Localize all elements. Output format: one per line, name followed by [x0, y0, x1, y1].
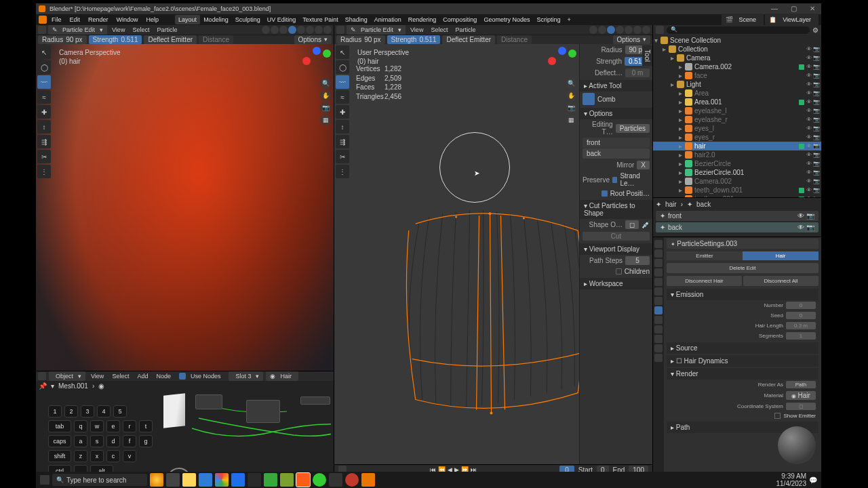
app-icon[interactable]	[329, 473, 342, 487]
menu-render[interactable]: Render	[85, 15, 112, 24]
shape-object-picker[interactable]: ◻	[625, 220, 639, 229]
start-button-icon[interactable]	[40, 475, 50, 485]
disconnect-hair-button[interactable]: Disconnect Hair	[667, 276, 742, 286]
menu-edit[interactable]: Edit	[66, 15, 84, 24]
tool-comb-icon[interactable]: 〰	[37, 75, 51, 89]
tab-render-icon[interactable]	[654, 240, 663, 248]
mode-selector[interactable]: ✎ Particle Edit ▾	[347, 25, 406, 35]
mirror-x-toggle[interactable]: X	[637, 161, 650, 169]
tool-puff-icon[interactable]: ⇶	[37, 135, 51, 148]
radius-field[interactable]: Radius90 px	[38, 35, 87, 44]
tab-viewlayer-icon[interactable]	[654, 259, 663, 267]
outliner-item[interactable]: ▸Collection👁📷	[653, 45, 821, 54]
renderas-value[interactable]: Path	[786, 381, 816, 388]
render-visibility-icon[interactable]: 📷	[813, 143, 818, 149]
app-icon[interactable]	[264, 473, 277, 487]
system-clock[interactable]: 9:39 AM11/4/2023	[776, 472, 807, 487]
tool-puff-icon[interactable]: ⇶	[336, 135, 349, 148]
viewport-3d-left[interactable]: ↖ ◯ 〰 ≈ ✚ ↕ ⇶ ✂ ⋮ Camera Perspective (0)…	[36, 44, 334, 371]
render-visibility-icon[interactable]: 📷	[813, 178, 818, 184]
outliner-item[interactable]: ▾Scene Collection	[653, 36, 821, 45]
camera-icon[interactable]: 📷	[566, 102, 576, 113]
shading-icon[interactable]	[315, 26, 323, 34]
blender-icon[interactable]	[39, 16, 47, 24]
menu-particle[interactable]: Particle	[452, 26, 478, 34]
outliner-item[interactable]: ▸face👁📷	[653, 71, 821, 80]
shading-icon[interactable]	[589, 26, 597, 34]
tool-weight-icon[interactable]: ⋮	[336, 165, 349, 178]
options-dropdown[interactable]: Options ▾	[294, 35, 332, 44]
visibility-icon[interactable]: 👁	[806, 46, 812, 52]
render-visibility-icon[interactable]: 📷	[813, 64, 818, 70]
tool-weight-icon[interactable]: ⋮	[37, 165, 51, 178]
render-visibility-icon[interactable]: 📷	[813, 108, 818, 114]
shading-icon[interactable]	[306, 26, 314, 34]
filter-input[interactable]: 🔍	[667, 26, 810, 34]
visibility-icon[interactable]: 👁	[806, 178, 812, 184]
sel-mode-icon[interactable]	[271, 26, 279, 34]
ps-list-back[interactable]: ✦back👁 📷	[656, 222, 818, 232]
outliner-item[interactable]: ▸BezierCircle👁📷	[653, 159, 821, 168]
npanel-tab-tool[interactable]: Tool	[642, 45, 652, 66]
tab-particles-icon[interactable]	[654, 306, 663, 314]
tab-data-icon[interactable]	[654, 335, 663, 343]
tab-physics-icon[interactable]	[654, 316, 663, 324]
render-visibility-icon[interactable]: 📷	[813, 90, 818, 96]
tab-material-icon[interactable]	[654, 344, 663, 352]
tab-object-icon[interactable]	[654, 287, 663, 296]
tool-select-icon[interactable]: ◯	[37, 60, 51, 74]
tool-cursor-icon[interactable]: ↖	[37, 45, 51, 59]
shading-icon[interactable]	[642, 26, 650, 34]
visibility-icon[interactable]: 👁	[806, 161, 812, 167]
preserve-root-check[interactable]	[601, 190, 608, 197]
outliner-item[interactable]: ▸eyelashe_l👁📷	[653, 106, 821, 115]
menu-view[interactable]: View	[408, 26, 426, 34]
panel-options[interactable]: ▾ Options	[580, 108, 652, 119]
close-button[interactable]: ✕	[809, 5, 816, 12]
workspace-tab[interactable]: Scripting	[533, 15, 564, 24]
outliner-item[interactable]: ▸Light👁📷	[653, 80, 821, 89]
visibility-icon[interactable]: 👁	[806, 99, 812, 105]
visibility-icon[interactable]: 👁	[806, 64, 812, 70]
pan-icon[interactable]: ✋	[320, 90, 331, 101]
deflect-toggle[interactable]: Deflect Emitter	[442, 35, 495, 44]
ortho-icon[interactable]: ▦	[320, 115, 331, 125]
visibility-icon[interactable]: 👁	[806, 125, 812, 131]
tool-smooth-icon[interactable]: ≈	[37, 90, 51, 104]
panel-hair-dynamics[interactable]: ▸ ☐ Hair Dynamics	[667, 355, 818, 367]
menu-add[interactable]: Add	[134, 372, 151, 380]
visibility-icon[interactable]: 👁	[806, 108, 812, 114]
disconnect-all-button[interactable]: Disconnect All	[743, 276, 818, 286]
photoshop-icon[interactable]	[231, 473, 245, 487]
material-value[interactable]: ◉ Hair	[786, 391, 816, 400]
options-dropdown[interactable]: Options ▾	[613, 35, 650, 44]
workspace-tab[interactable]: Geometry Nodes	[480, 15, 533, 24]
shading-icon[interactable]	[633, 26, 642, 34]
show-emitter-check[interactable]	[774, 413, 781, 419]
tab-constraint-icon[interactable]	[654, 325, 663, 333]
explorer-icon[interactable]	[182, 473, 196, 487]
panel-workspace[interactable]: ▸ Workspace	[580, 278, 652, 289]
minimize-button[interactable]: —	[771, 5, 778, 12]
taskbar-search[interactable]: 🔍 Type here to search	[52, 474, 147, 486]
type-hair[interactable]: Hair	[743, 251, 818, 260]
windows-taskbar[interactable]: 🔍 Type here to search 9:39 AM11/4/2023 💬	[36, 472, 821, 488]
editing-type[interactable]: Particles	[616, 124, 650, 133]
menu-view[interactable]: View	[109, 26, 127, 34]
tool-cursor-icon[interactable]: ↖	[336, 45, 349, 59]
nav-gizmo[interactable]	[302, 47, 331, 75]
render-visibility-icon[interactable]: 📷	[813, 161, 818, 167]
radius-field[interactable]: Radius90 px	[336, 35, 385, 44]
mode-selector[interactable]: ✎ Particle Edit ▾	[48, 25, 107, 35]
workspace-tab[interactable]: Shading	[342, 15, 371, 24]
workspace-tab[interactable]: Texture Paint	[299, 15, 342, 24]
visibility-icon[interactable]: 👁	[806, 134, 812, 140]
deflect-toggle[interactable]: Deflect Emitter	[144, 35, 197, 44]
tool-select-icon[interactable]: ◯	[336, 60, 349, 74]
render-visibility-icon[interactable]: 📷	[813, 169, 818, 176]
app-icon[interactable]	[296, 473, 310, 487]
outliner-item[interactable]: ▸Camera.002👁📷	[653, 177, 821, 186]
menu-select[interactable]: Select	[130, 26, 152, 34]
editor-type-icon[interactable]	[336, 26, 344, 34]
deflect-value[interactable]: 0 m	[625, 68, 650, 77]
